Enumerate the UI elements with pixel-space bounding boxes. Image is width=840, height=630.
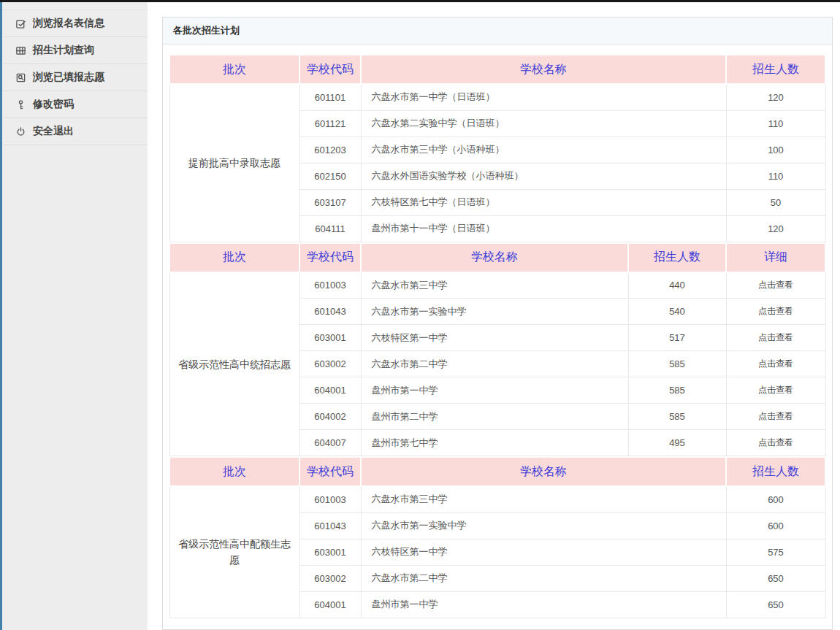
school-name-cell: 六盘水市第三中学 (361, 272, 628, 299)
provincial-quota-plan-table: 批次学校代码学校名称招生人数省级示范性高中配额生志愿601003六盘水市第三中学… (169, 456, 826, 618)
sidebar-item-label: 浏览已填报志愿 (33, 71, 104, 84)
school-name-cell: 六盘水市第三中学（小语种班） (361, 137, 726, 163)
enroll-count-cell: 440 (628, 272, 726, 299)
school-name-cell: 六盘水市第一实验中学 (361, 512, 726, 539)
enroll-count-cell: 585 (628, 404, 726, 430)
main-area: 各批次招生计划 批次学校代码学校名称招生人数提前批高中录取志愿601101六盘水… (148, 2, 840, 630)
column-header: 学校代码 (299, 457, 361, 486)
enroll-count-cell: 600 (726, 512, 825, 539)
enroll-count-cell: 100 (726, 137, 825, 163)
column-header: 学校名称 (361, 243, 628, 272)
sidebar-item-label: 招生计划查询 (33, 44, 94, 57)
sidebar-item-plan-query[interactable]: 招生计划查询 (2, 37, 148, 64)
enroll-count-cell: 585 (628, 351, 726, 377)
enroll-count-cell: 120 (726, 215, 825, 242)
sidebar-item-browse-registration[interactable]: 浏览报名表信息 (2, 10, 148, 37)
column-header: 招生人数 (726, 457, 825, 486)
batch-cell: 省级示范性高中配额生志愿 (169, 486, 299, 618)
sidebar-item-label: 浏览报名表信息 (33, 17, 104, 30)
column-header: 批次 (169, 457, 299, 486)
school-name-cell: 盘州市第七中学 (361, 430, 628, 456)
school-name-cell: 六盘水市第一中学（日语班） (361, 84, 726, 110)
enrollment-plan-panel: 各批次招生计划 批次学校代码学校名称招生人数提前批高中录取志愿601101六盘水… (162, 17, 833, 630)
batch-cell: 提前批高中录取志愿 (169, 84, 299, 242)
school-code-cell: 603001 (299, 539, 361, 565)
enroll-count-cell: 575 (726, 539, 825, 565)
panel-title: 各批次招生计划 (163, 18, 832, 45)
school-name-cell: 盘州市第一中学 (361, 377, 628, 404)
detail-link[interactable]: 点击查看 (726, 430, 825, 456)
school-name-cell: 六盘水市第三中学 (361, 486, 726, 512)
school-name-cell: 六盘水市第二中学 (361, 351, 628, 377)
school-code-cell: 604007 (299, 430, 361, 456)
enroll-count-cell: 600 (726, 486, 825, 512)
column-header: 学校代码 (299, 55, 361, 84)
sidebar-item-label: 修改密码 (33, 98, 74, 111)
school-name-cell: 六盘水第二实验中学（日语班） (361, 110, 726, 137)
column-header: 学校名称 (361, 457, 726, 486)
detail-link[interactable]: 点击查看 (726, 351, 825, 377)
enroll-count-cell: 495 (628, 430, 726, 456)
enroll-count-cell: 110 (726, 110, 825, 137)
school-name-cell: 六盘水市第一实验中学 (361, 299, 628, 325)
school-code-cell: 601203 (299, 137, 361, 163)
school-name-cell: 六枝特区第一中学 (361, 325, 628, 351)
school-code-cell: 602150 (299, 163, 361, 189)
column-header: 学校代码 (299, 243, 361, 272)
school-code-cell: 601043 (299, 512, 361, 539)
school-code-cell: 601043 (299, 299, 361, 325)
column-header: 招生人数 (726, 55, 825, 84)
sidebar: 浏览报名表信息 招生计划查询 浏览已填报志愿 修改密码 (0, 2, 148, 630)
school-name-cell: 盘州市第一中学 (361, 591, 726, 618)
sidebar-item-change-password[interactable]: 修改密码 (2, 91, 148, 118)
school-code-cell: 604001 (299, 377, 361, 404)
school-name-cell: 盘州市第二中学 (361, 404, 628, 430)
column-header: 批次 (169, 55, 299, 84)
table-icon (15, 45, 26, 56)
school-code-cell: 601121 (299, 110, 361, 137)
enroll-count-cell: 517 (628, 325, 726, 351)
file-search-icon (15, 72, 26, 83)
key-icon (15, 99, 26, 110)
school-code-cell: 601003 (299, 486, 361, 512)
sidebar-item-logout[interactable]: 安全退出 (2, 118, 148, 145)
enroll-count-cell: 110 (726, 163, 825, 189)
enroll-count-cell: 585 (628, 377, 726, 404)
detail-link[interactable]: 点击查看 (726, 272, 825, 299)
detail-link[interactable]: 点击查看 (726, 325, 825, 351)
power-icon (15, 126, 26, 137)
enroll-count-cell: 540 (628, 299, 726, 325)
school-name-cell: 六盘水外国语实验学校（小语种班） (361, 163, 726, 189)
table-header-row: 批次学校代码学校名称招生人数 (169, 457, 825, 486)
school-code-cell: 604111 (299, 215, 361, 242)
school-name-cell: 六盘水市第二中学 (361, 565, 726, 591)
school-code-cell: 601101 (299, 84, 361, 110)
sidebar-item-browse-volunteers[interactable]: 浏览已填报志愿 (2, 64, 148, 91)
form-edit-icon (15, 18, 26, 29)
school-code-cell: 603107 (299, 189, 361, 215)
sidebar-menu: 浏览报名表信息 招生计划查询 浏览已填报志愿 修改密码 (2, 9, 148, 145)
enroll-count-cell: 650 (726, 591, 825, 618)
batch-cell: 省级示范性高中统招志愿 (169, 272, 299, 456)
detail-link[interactable]: 点击查看 (726, 404, 825, 430)
table-row: 省级示范性高中统招志愿601003六盘水市第三中学440点击查看 (169, 272, 825, 299)
school-code-cell: 604002 (299, 404, 361, 430)
school-code-cell: 603002 (299, 351, 361, 377)
enroll-count-cell: 120 (726, 84, 825, 110)
table-header-row: 批次学校代码学校名称招生人数详细 (169, 243, 825, 272)
school-name-cell: 盘州市第十一中学（日语班） (361, 215, 726, 242)
column-header: 批次 (169, 243, 299, 272)
sidebar-item-label: 安全退出 (33, 125, 74, 138)
detail-link[interactable]: 点击查看 (726, 377, 825, 404)
enroll-count-cell: 50 (726, 189, 825, 215)
school-code-cell: 603002 (299, 565, 361, 591)
school-code-cell: 604001 (299, 591, 361, 618)
school-name-cell: 六枝特区第一中学 (361, 539, 726, 565)
enroll-count-cell: 650 (726, 565, 825, 591)
column-header: 招生人数 (628, 243, 726, 272)
provincial-unified-plan-table: 批次学校代码学校名称招生人数详细省级示范性高中统招志愿601003六盘水市第三中… (169, 242, 826, 457)
column-header: 详细 (726, 243, 825, 272)
panel-body: 批次学校代码学校名称招生人数提前批高中录取志愿601101六盘水市第一中学（日语… (163, 45, 832, 618)
detail-link[interactable]: 点击查看 (726, 299, 825, 325)
early-batch-plan-table: 批次学校代码学校名称招生人数提前批高中录取志愿601101六盘水市第一中学（日语… (169, 54, 826, 242)
